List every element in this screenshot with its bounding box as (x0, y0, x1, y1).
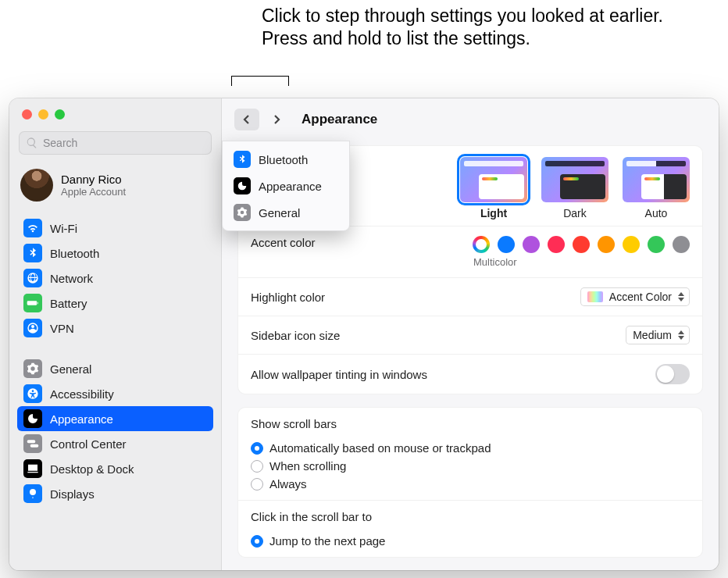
sidebar-item-vpn[interactable]: VPN (17, 316, 213, 341)
sidebar-item-label: Control Center (50, 437, 127, 451)
highlight-popup[interactable]: Accent Color (580, 287, 690, 306)
main-pane: Appearance BluetoothAppearanceGeneral Ap… (222, 98, 719, 570)
window-zoom-button[interactable] (55, 109, 65, 120)
sidebar-item-displays[interactable]: Displays (17, 481, 213, 506)
sidebar-item-desktopdock[interactable]: Desktop & Dock (17, 456, 213, 481)
sidebar-item-general[interactable]: General (17, 356, 213, 381)
sidebar-item-battery[interactable]: Battery (17, 291, 213, 316)
desktopdock-icon (23, 459, 42, 478)
sidebar-item-label: VPN (50, 322, 74, 335)
radio-icon (251, 535, 263, 548)
click-scrollbar-title: Click in the scroll bar to (251, 510, 372, 523)
sidebar-item-label: Desktop & Dock (50, 462, 134, 476)
appearance-mode-auto[interactable]: Auto (623, 157, 690, 219)
highlight-value: Accent Color (609, 291, 672, 303)
general-icon (23, 359, 42, 378)
appearance-icon (234, 177, 251, 194)
window-controls (9, 98, 221, 128)
toolbar: Appearance (222, 98, 719, 141)
scrollbars-title: Show scroll bars (251, 417, 337, 430)
accent-color-label: Accent color (251, 236, 473, 249)
stepper-icon (678, 330, 684, 340)
accent-swatch-8[interactable] (673, 236, 690, 253)
appearance-thumb-dark (541, 157, 608, 202)
history-item-bluetooth[interactable]: Bluetooth (227, 146, 344, 173)
accent-swatch-4[interactable] (573, 236, 590, 253)
radio-icon (251, 442, 263, 455)
radio-icon (251, 478, 263, 491)
back-button[interactable] (234, 109, 259, 130)
sidebar-item-label: Battery (50, 297, 87, 310)
sidebar-item-controlcenter[interactable]: Control Center (17, 431, 213, 456)
network-icon (23, 269, 42, 287)
sidebar-item-label: Network (50, 272, 93, 285)
radio-label: Jump to the next page (269, 534, 385, 548)
accent-swatch-2[interactable] (523, 236, 540, 253)
accent-swatch-7[interactable] (648, 236, 665, 253)
account-name: Danny Rico (61, 173, 126, 186)
sidebar-item-label: Wi-Fi (50, 222, 77, 235)
sidebar-item-label: Accessibility (50, 387, 114, 401)
window-close-button[interactable] (22, 109, 32, 120)
history-item-label: General (259, 206, 300, 219)
scrollbars-option-0[interactable]: Automatically based on mouse or trackpad (251, 441, 491, 455)
general-icon (234, 204, 251, 221)
history-item-general[interactable]: General (227, 199, 344, 226)
search-icon (26, 137, 38, 149)
radio-label: Always (269, 477, 307, 491)
sidebar-item-accessibility[interactable]: Accessibility (17, 381, 213, 406)
stepper-icon (678, 292, 684, 301)
sidebar: Search Danny Rico Apple Account Wi-FiBlu… (9, 98, 222, 570)
highlight-label: Highlight color (251, 291, 580, 304)
sidebar-size-value: Medium (633, 329, 672, 341)
wifi-icon (23, 219, 42, 237)
appearance-mode-label: Light (480, 207, 507, 219)
accent-swatch-0[interactable] (473, 236, 490, 253)
vpn-icon (23, 319, 42, 337)
scrollbars-option-1[interactable]: When scrolling (251, 459, 491, 473)
account-row[interactable]: Danny Rico Apple Account (9, 162, 221, 212)
sidebar-item-label: Displays (50, 487, 95, 501)
annotation-callout (231, 76, 289, 99)
appearance-icon (23, 409, 42, 428)
displays-icon (23, 484, 42, 503)
forward-button[interactable] (264, 109, 289, 130)
appearance-mode-label: Dark (563, 207, 587, 219)
accent-swatch-3[interactable] (548, 236, 565, 253)
accent-swatch-1[interactable] (498, 236, 515, 253)
appearance-mode-dark[interactable]: Dark (541, 157, 608, 219)
highlight-swatch-icon (587, 291, 603, 302)
search-input[interactable]: Search (19, 131, 212, 155)
click-scrollbar-option-0[interactable]: Jump to the next page (251, 534, 385, 548)
radio-label: When scrolling (269, 459, 346, 473)
search-placeholder: Search (43, 137, 77, 149)
accent-swatch-5[interactable] (598, 236, 615, 253)
history-menu: BluetoothAppearanceGeneral (222, 141, 350, 231)
sidebar-item-network[interactable]: Network (17, 266, 213, 291)
appearance-mode-label: Auto (645, 207, 668, 219)
controlcenter-icon (23, 434, 42, 453)
system-settings-window: Search Danny Rico Apple Account Wi-FiBlu… (9, 98, 719, 570)
accent-swatches (473, 236, 690, 253)
bluetooth-icon (234, 151, 251, 168)
page-title: Appearance (302, 112, 377, 127)
sidebar-item-bluetooth[interactable]: Bluetooth (17, 241, 213, 266)
sidebar-item-label: Appearance (50, 412, 113, 426)
tinting-switch[interactable] (655, 364, 690, 384)
radio-label: Automatically based on mouse or trackpad (269, 441, 491, 455)
history-item-label: Bluetooth (259, 153, 308, 166)
sidebar-item-appearance[interactable]: Appearance (17, 406, 213, 431)
account-sub: Apple Account (61, 186, 126, 198)
appearance-mode-light[interactable]: Light (460, 157, 527, 219)
sidebar-item-wifi[interactable]: Wi-Fi (17, 216, 213, 241)
history-item-appearance[interactable]: Appearance (227, 173, 344, 199)
sidebar-size-popup[interactable]: Medium (626, 326, 690, 344)
annotation-text: Click to step through settings you looke… (262, 5, 668, 50)
window-minimize-button[interactable] (38, 109, 48, 120)
accent-selected-label: Multicolor (473, 256, 517, 268)
accent-swatch-6[interactable] (623, 236, 640, 253)
battery-icon (23, 294, 42, 312)
sidebar-item-label: Bluetooth (50, 247, 99, 260)
scrollbars-option-2[interactable]: Always (251, 477, 491, 491)
avatar (20, 169, 53, 202)
